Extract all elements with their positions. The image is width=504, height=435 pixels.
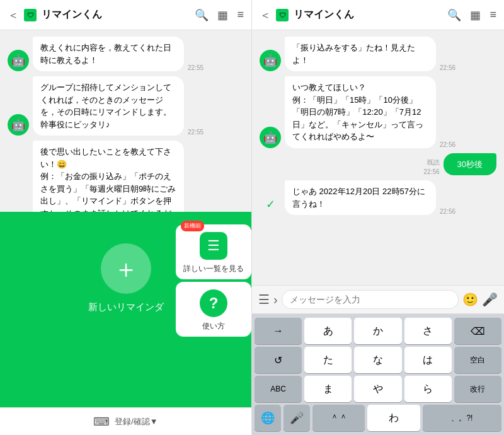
table-row: 🤖 グループに招待してメンションしてくれれば，そのときのメッセージを，その日時に… — [8, 76, 244, 136]
msg-time: 22:56 — [440, 64, 455, 71]
msg-text: 「振り込みをする」たね！見えたよ！ — [292, 43, 415, 65]
msg-meta: 22:56 — [440, 208, 455, 215]
key-ya[interactable]: や — [354, 376, 401, 402]
right-panel: ＜ リマインくん 🔍 ▦ ≡ 🤖 「振り込みをする」たね！見えたよ！ 22:56… — [252, 0, 504, 435]
right-back-button[interactable]: ＜ — [260, 8, 271, 23]
avatar: 🤖 — [260, 127, 281, 148]
list-menu-card[interactable]: 新機能 詳しい一覧を見る — [176, 224, 251, 279]
key-abc[interactable]: ABC — [255, 376, 302, 402]
right-chat-area: 🤖 「振り込みをする」たね！見えたよ！ 22:56 🤖 いつ教えてほしい？例：「… — [252, 30, 504, 285]
help-menu-card[interactable]: 使い方 — [176, 282, 251, 337]
new-reminder-button[interactable]: ＋ — [101, 243, 151, 294]
left-chat-area: 🤖 教えくれに内容を，教えてくれた日時に教えるよ！ 22:55 🤖 グループに招… — [0, 30, 251, 212]
key-ka[interactable]: か — [354, 318, 401, 344]
left-header: ＜ リマインくん 🔍 ▦ ≡ — [0, 0, 251, 30]
key-circumflex[interactable]: ＾＾ — [312, 405, 365, 431]
msg-text: グループに招待してメンションしてくれれば，そのときのメッセージを，その日時にリマ… — [40, 83, 171, 129]
key-ra[interactable]: ら — [404, 376, 452, 402]
key-globe[interactable]: 🌐 — [255, 405, 281, 431]
keyboard-row-3: ABC ま や ら 改行 — [255, 376, 501, 402]
key-punctuation[interactable]: 、。?! — [423, 405, 501, 431]
key-enter[interactable]: 改行 — [454, 376, 501, 402]
help-icon — [200, 289, 227, 317]
msg-text: いつ教えてほしい？例：「明日」「15時」「10分後」「明日の朝7時」「12:20… — [292, 83, 423, 141]
right-search-icon[interactable]: 🔍 — [447, 8, 461, 22]
keyboard-row-1: → あ か さ ⌫ — [255, 318, 501, 344]
key-arrow[interactable]: → — [255, 318, 302, 344]
msg-time: 22:56 — [440, 141, 455, 148]
table-row: 🤖 いつ教えてほしい？例：「明日」「15時」「10分後」「明日の朝7時」「12:… — [260, 76, 496, 148]
message-input[interactable] — [282, 290, 459, 309]
msg-meta: 22:56 — [440, 141, 455, 148]
msg-time: 22:56 — [440, 208, 455, 215]
keyboard-row-4: 🌐 🎤 ＾＾ わ 、。?! — [255, 405, 501, 431]
emoji-icon[interactable]: 🙂 — [462, 292, 478, 307]
left-bubble: 教えくれに内容を，教えてくれた日時に教えるよ！ — [33, 37, 184, 71]
new-badge: 新機能 — [181, 221, 204, 231]
key-ta[interactable]: た — [304, 347, 352, 373]
new-reminder-label: 新しいリマインダ — [88, 301, 164, 313]
table-row: 🤖 「振り込みをする」たね！見えたよ！ 22:56 — [260, 37, 496, 71]
keyboard: → あ か さ ⌫ ↺ た な は 空白 ABC ま や ら 改行 🌐 🎤 ＾＾… — [252, 314, 504, 435]
avatar: 🤖 — [8, 114, 29, 136]
avatar: ✓ — [260, 194, 281, 215]
msg-meta: 既読 22:56 — [424, 158, 440, 175]
list-menu-label: 詳しい一覧を見る — [183, 264, 244, 274]
right-sent-bubble: 30秒後 — [444, 153, 496, 176]
left-shield-icon — [24, 9, 37, 21]
bottom-menu: 新機能 詳しい一覧を見る 使い方 — [176, 224, 251, 337]
mic-icon[interactable]: 🎤 — [482, 292, 498, 307]
key-undo[interactable]: ↺ — [255, 347, 302, 373]
help-menu-label: 使い方 — [202, 321, 225, 332]
footer-label[interactable]: 登録/確認▼ — [115, 416, 158, 427]
right-bubble: いつ教えてほしい？例：「明日」「15時」「10分後」「明日の朝7時」「12:20… — [285, 76, 436, 148]
seconds-badge: 30秒後 — [451, 157, 489, 171]
check-icon: ✓ — [266, 197, 275, 211]
key-ha[interactable]: は — [404, 347, 452, 373]
key-a[interactable]: あ — [304, 318, 352, 344]
left-bottom-area: ＋ 新しいリマインダ 新機能 詳しい一覧を見る 使い方 — [0, 212, 251, 407]
msg-time: 22:56 — [424, 168, 440, 175]
right-menu-icon[interactable]: ≡ — [490, 8, 496, 22]
key-space[interactable]: 空白 — [454, 347, 501, 373]
chevron-right-icon[interactable]: › — [273, 293, 278, 307]
msg-text: 教えくれに内容を，教えてくれた日時に教えるよ！ — [40, 43, 171, 65]
msg-meta: 22:56 — [440, 64, 455, 71]
left-bubble: 後で思い出したいことを教えて下さい！😄例：「お金の振り込み」「ポチのえさを買う」… — [33, 141, 184, 212]
hamburger-icon[interactable]: ☰ — [258, 292, 270, 307]
right-header-icons: 🔍 ▦ ≡ — [447, 8, 496, 22]
key-mic[interactable]: 🎤 — [284, 405, 310, 431]
left-panel: ＜ リマインくん 🔍 ▦ ≡ 🤖 教えくれに内容を，教えてくれた日時に教えるよ！… — [0, 0, 252, 435]
key-na[interactable]: な — [354, 347, 401, 373]
list-icon — [200, 232, 227, 260]
table-row: 🤖 教えくれに内容を，教えてくれた日時に教えるよ！ 22:55 — [8, 37, 244, 71]
keyboard-row-2: ↺ た な は 空白 — [255, 347, 501, 373]
key-sa[interactable]: さ — [404, 318, 452, 344]
table-row: 🤖 後で思い出したいことを教えて下さい！😄例：「お金の振り込み」「ポチのえさを買… — [8, 141, 244, 212]
avatar: 🤖 — [8, 50, 29, 71]
left-back-button[interactable]: ＜ — [8, 8, 19, 23]
left-bubble: グループに招待してメンションしてくれれば，そのときのメッセージを，その日時にリマ… — [33, 76, 184, 136]
msg-text: じゃあ 2022年12月20日 22時57分に言うね！ — [292, 187, 425, 209]
left-search-icon[interactable]: 🔍 — [195, 8, 209, 22]
read-label: 既読 — [427, 158, 440, 167]
key-delete[interactable]: ⌫ — [454, 318, 501, 344]
left-header-icons: 🔍 ▦ ≡ — [195, 8, 244, 22]
key-wa[interactable]: わ — [367, 405, 420, 431]
msg-meta: 22:55 — [188, 64, 203, 71]
table-row: 30秒後 既読 22:56 — [260, 153, 496, 176]
left-footer: ⌨ 登録/確認▼ — [0, 407, 251, 435]
msg-time: 22:55 — [188, 64, 203, 71]
footer-icon: ⌨ — [93, 415, 110, 429]
key-ma[interactable]: ま — [304, 376, 352, 402]
right-header: ＜ リマインくん 🔍 ▦ ≡ — [252, 0, 504, 30]
left-list-icon[interactable]: ▦ — [217, 8, 228, 22]
right-bubble: 「振り込みをする」たね！見えたよ！ — [285, 37, 436, 71]
right-chat-title: リマインくん — [294, 8, 442, 21]
msg-time: 22:55 — [188, 129, 203, 136]
left-chat-title: リマインくん — [42, 8, 190, 21]
left-menu-icon[interactable]: ≡ — [237, 8, 244, 22]
right-bubble: じゃあ 2022年12月20日 22時57分に言うね！ — [285, 180, 436, 215]
right-list-icon[interactable]: ▦ — [470, 8, 481, 22]
right-shield-icon — [276, 9, 289, 21]
